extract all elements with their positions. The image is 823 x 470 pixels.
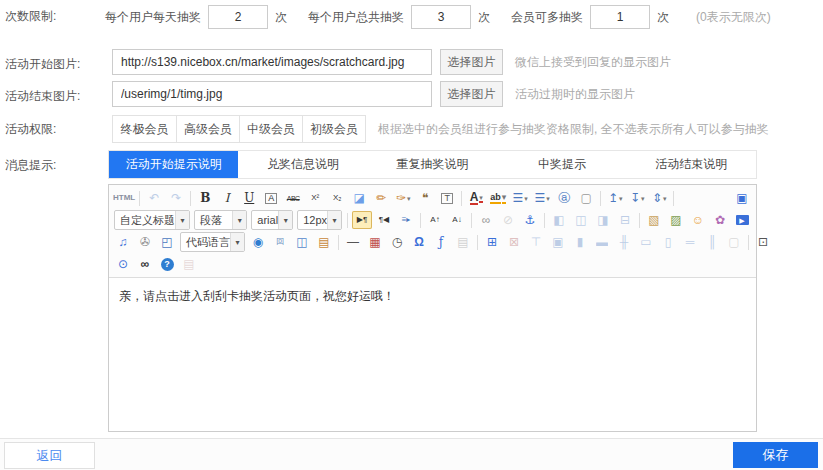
date-icon[interactable]: ▦ bbox=[365, 233, 385, 251]
iframe-icon[interactable]: 回 bbox=[270, 233, 290, 251]
daily-draw-input[interactable] bbox=[208, 5, 268, 29]
video-icon[interactable]: ▶ bbox=[732, 211, 752, 229]
template-icon[interactable]: ▤ bbox=[314, 233, 334, 251]
end-image-input[interactable] bbox=[112, 81, 432, 107]
img-align-none-icon[interactable]: ⊟ bbox=[615, 211, 635, 229]
char-border-icon[interactable]: A bbox=[261, 189, 281, 207]
delete-table-icon[interactable]: ⊠ bbox=[504, 233, 524, 251]
dir-rtl-icon[interactable]: ¶◀ bbox=[374, 211, 394, 229]
anchor-ref-icon[interactable]: ⓐ bbox=[554, 189, 574, 207]
tab-win-note[interactable]: 中奖提示 bbox=[497, 151, 626, 178]
blockquote-icon[interactable]: ❝ bbox=[415, 189, 435, 207]
fontsize-up-icon[interactable]: A↑ bbox=[425, 211, 445, 229]
emoji-icon[interactable]: ☺ bbox=[688, 211, 708, 229]
insert-image-icon[interactable]: ▨ bbox=[666, 211, 686, 229]
time-icon[interactable]: ◷ bbox=[387, 233, 407, 251]
source-icon[interactable]: HTML bbox=[113, 189, 135, 207]
autotypeset-icon[interactable]: ✑▾ bbox=[393, 189, 413, 207]
table-title-icon[interactable]: ⊤ bbox=[526, 233, 546, 251]
scrawl-icon[interactable]: ✿ bbox=[710, 211, 730, 229]
start-image-input[interactable] bbox=[112, 49, 432, 75]
unordered-list-icon[interactable]: ☰▾ bbox=[532, 189, 552, 207]
spechars-icon[interactable]: Ω bbox=[409, 233, 429, 251]
font-color-icon[interactable]: A▾ bbox=[466, 189, 486, 207]
page-break-icon[interactable]: ▢ bbox=[724, 233, 744, 251]
member-junior-button[interactable]: 初级会员 bbox=[302, 116, 365, 142]
total-draw-input[interactable] bbox=[411, 5, 471, 29]
insert-col-icon[interactable]: ▮ bbox=[570, 233, 590, 251]
anchor-icon[interactable]: ⚓ bbox=[520, 211, 540, 229]
preview-icon[interactable]: ⊙ bbox=[113, 255, 133, 273]
para-spacing-bottom-icon[interactable]: ↧▾ bbox=[627, 189, 647, 207]
heading-select[interactable]: 自定义标题▾ bbox=[114, 210, 190, 230]
print-icon[interactable]: ⊡ bbox=[753, 233, 773, 251]
split-col-icon[interactable]: ║ bbox=[702, 233, 722, 251]
para-spacing-top-icon[interactable]: ↥▾ bbox=[605, 189, 625, 207]
start-image-row: 选择图片 微信上接受到回复的显示图片 bbox=[112, 49, 671, 75]
split-cell-icon[interactable]: ╫ bbox=[614, 233, 634, 251]
word-image-icon[interactable]: ▤ bbox=[453, 233, 473, 251]
permission-hint: 根据选中的会员组进行参与抽奖资格限制, 全不选表示所有人可以参与抽奖 bbox=[378, 121, 769, 138]
tab-activity-end-note[interactable]: 活动结束说明 bbox=[627, 151, 756, 178]
remove-format-icon[interactable]: ◪ bbox=[349, 189, 369, 207]
paste-plain-icon[interactable]: T bbox=[437, 189, 457, 207]
indent-icon[interactable]: ≡▸ bbox=[396, 211, 416, 229]
tab-redeem-info[interactable]: 兑奖信息说明 bbox=[238, 151, 367, 178]
ordered-list-icon[interactable]: ☰▾ bbox=[510, 189, 530, 207]
redo-icon[interactable]: ↷ bbox=[166, 189, 186, 207]
attachment-icon[interactable]: ✇ bbox=[135, 233, 155, 251]
line-height-icon[interactable]: ⇕▾ bbox=[649, 189, 669, 207]
member-middle-button[interactable]: 中级会员 bbox=[239, 116, 302, 142]
back-button[interactable]: 返回 bbox=[4, 442, 95, 469]
editor-content-area[interactable]: 亲，请点击进入刮刮卡抽奖活动页面，祝您好运哦！ bbox=[109, 278, 756, 431]
italic-icon[interactable]: I bbox=[217, 189, 237, 207]
merge-cells-icon[interactable]: ▣ bbox=[548, 233, 568, 251]
paste-icon[interactable]: ▤ bbox=[179, 255, 199, 273]
image-icon[interactable]: ▧ bbox=[644, 211, 664, 229]
tab-repeat-draw-note[interactable]: 重复抽奖说明 bbox=[368, 151, 497, 178]
paragraph-select[interactable]: 段落▾ bbox=[194, 210, 247, 230]
music-icon[interactable]: ♫ bbox=[113, 233, 133, 251]
bold-icon[interactable]: B bbox=[195, 189, 215, 207]
find-replace-icon[interactable]: ∞ bbox=[135, 255, 155, 273]
font-select[interactable]: arial▾ bbox=[251, 210, 293, 230]
tab-activity-start-note[interactable]: 活动开始提示说明 bbox=[109, 151, 238, 178]
subscript-icon[interactable]: X₂ bbox=[327, 189, 347, 207]
superscript-icon[interactable]: X² bbox=[305, 189, 325, 207]
dir-ltr-icon[interactable]: ▶¶ bbox=[352, 211, 372, 229]
help-icon[interactable]: ? bbox=[157, 255, 177, 273]
empty-doc-icon[interactable]: ▢ bbox=[576, 189, 596, 207]
underline-icon[interactable]: U bbox=[239, 189, 259, 207]
insert-row-icon[interactable]: ▬ bbox=[592, 233, 612, 251]
size-select[interactable]: 12px▾ bbox=[297, 210, 342, 230]
fullscreen-icon[interactable]: ▣ bbox=[732, 189, 752, 207]
member-senior-button[interactable]: 高级会员 bbox=[176, 116, 239, 142]
img-align-left-icon[interactable]: ◧ bbox=[549, 211, 569, 229]
map-icon[interactable]: ◉ bbox=[248, 233, 268, 251]
link-icon[interactable]: ∞ bbox=[476, 211, 496, 229]
member-extra-draw-input[interactable] bbox=[590, 5, 650, 29]
format-brush-icon[interactable]: ✏ bbox=[371, 189, 391, 207]
merge-down-icon[interactable]: ▯ bbox=[658, 233, 678, 251]
columns-icon[interactable]: ◫ bbox=[292, 233, 312, 251]
strikethrough-icon[interactable]: ABC bbox=[283, 189, 303, 207]
start-image-pick-button[interactable]: 选择图片 bbox=[440, 49, 503, 75]
split-row-icon[interactable]: ═ bbox=[680, 233, 700, 251]
toolbar-separator bbox=[673, 191, 674, 206]
highlight-icon[interactable]: ab▾ bbox=[488, 189, 508, 207]
img-align-center-icon[interactable]: ◫ bbox=[571, 211, 591, 229]
code-lang-select[interactable]: 代码语言▾ bbox=[180, 232, 245, 252]
formula-icon[interactable]: ƒ bbox=[431, 233, 451, 251]
message-label: 消息提示: bbox=[5, 157, 56, 174]
end-image-pick-button[interactable]: 选择图片 bbox=[440, 81, 503, 107]
member-ultimate-button[interactable]: 终极会员 bbox=[113, 116, 176, 142]
fontsize-down-icon[interactable]: A↓ bbox=[447, 211, 467, 229]
undo-icon[interactable]: ↶ bbox=[144, 189, 164, 207]
screenshot-icon[interactable]: ◰ bbox=[157, 233, 177, 251]
save-button[interactable]: 保存 bbox=[733, 442, 818, 468]
img-align-right-icon[interactable]: ◨ bbox=[593, 211, 613, 229]
unlink-icon[interactable]: ⊘ bbox=[498, 211, 518, 229]
merge-right-icon[interactable]: ▭ bbox=[636, 233, 656, 251]
insert-table-icon[interactable]: ⊞ bbox=[482, 233, 502, 251]
hr-icon[interactable]: — bbox=[343, 233, 363, 251]
